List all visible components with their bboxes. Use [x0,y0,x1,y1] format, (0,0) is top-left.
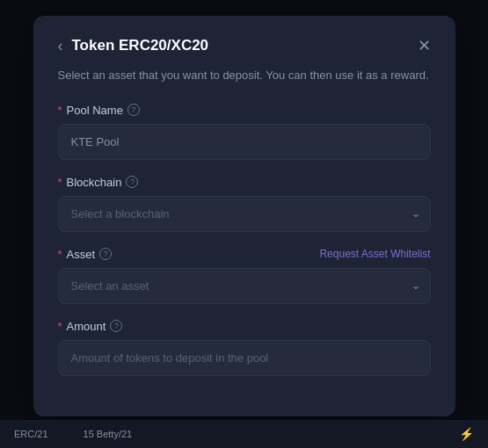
blockchain-group: * Blockchain ? Select a blockchain ⌄ [58,176,431,232]
asset-select[interactable]: Select an asset [58,268,431,304]
close-button[interactable]: ✕ [418,38,431,54]
blockchain-required-star: * [58,176,62,189]
back-button[interactable]: ‹ [58,38,63,54]
request-whitelist-link[interactable]: Request Asset Whitelist [319,248,430,260]
pool-name-group: * Pool Name ? [58,104,431,160]
bottom-bar: ERC/21 15 Betty/21 ⚡ [0,420,488,448]
asset-group: * Asset ? Request Asset Whitelist Select… [58,248,431,304]
amount-label: * Amount ? [58,320,431,333]
asset-label-row: * Asset ? Request Asset Whitelist [58,248,431,261]
blockchain-label: * Blockchain ? [58,176,431,189]
modal-subtitle: Select an asset that you want to deposit… [58,67,431,84]
asset-select-wrapper: Select an asset ⌄ [58,268,431,304]
amount-label-text: Amount [67,320,106,333]
bottom-bar-item-2: 15 Betty/21 [84,429,133,439]
amount-group: * Amount ? [58,320,431,376]
pool-name-help-icon[interactable]: ? [127,104,140,116]
pool-name-input[interactable] [58,124,431,160]
modal-header: ‹ Token ERC20/XC20 ✕ [58,37,431,54]
amount-input[interactable] [58,340,431,376]
amount-required-star: * [58,320,62,333]
pool-name-label-text: Pool Name [67,104,123,117]
asset-required-star: * [58,248,62,261]
pool-name-label: * Pool Name ? [58,104,431,117]
asset-label-left: * Asset ? [58,248,113,261]
modal-title: Token ERC20/XC20 [72,37,209,54]
bottom-bar-icon: ⚡ [459,427,474,441]
amount-help-icon[interactable]: ? [110,320,122,332]
bottom-bar-item-1: ERC/21 [14,429,48,439]
asset-help-icon[interactable]: ? [99,248,112,260]
blockchain-help-icon[interactable]: ? [126,176,138,188]
modal-container: ‹ Token ERC20/XC20 ✕ Select an asset tha… [33,16,455,416]
asset-label-text: Asset [67,248,96,261]
blockchain-select-wrapper: Select a blockchain ⌄ [58,196,431,232]
blockchain-label-text: Blockchain [67,176,122,189]
modal-title-group: ‹ Token ERC20/XC20 [58,37,209,54]
pool-name-required-star: * [58,104,62,117]
modal-overlay: ‹ Token ERC20/XC20 ✕ Select an asset tha… [0,0,488,448]
blockchain-select[interactable]: Select a blockchain [58,196,431,232]
